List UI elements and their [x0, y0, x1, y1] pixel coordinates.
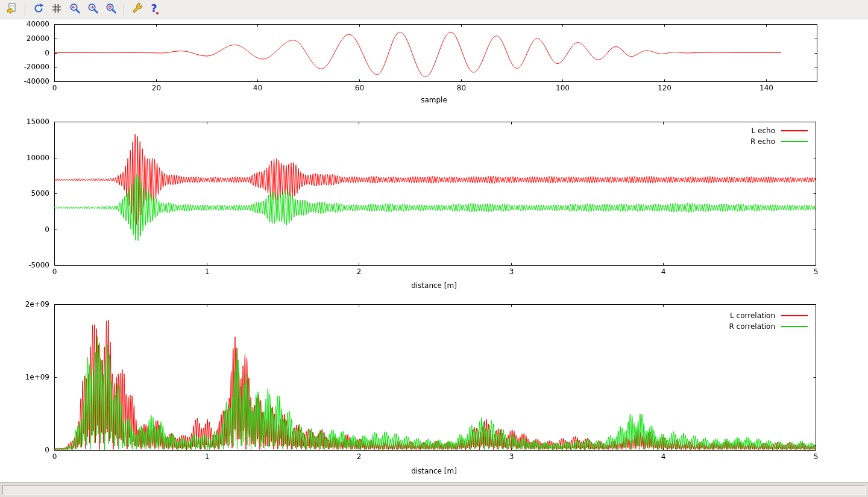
replot-button[interactable] [30, 1, 46, 17]
legend-entry-r-echo: R echo [750, 137, 808, 145]
help-icon-dot [156, 12, 159, 14]
legend-line-sample [781, 130, 808, 131]
zoom-next-icon [86, 2, 99, 17]
grid-icon [50, 2, 63, 17]
toolbar-separator [124, 4, 124, 16]
status-text [2, 485, 866, 495]
toolbar-separator [25, 4, 25, 16]
export-icon [5, 2, 19, 17]
status-bar [0, 482, 868, 497]
legend-line-sample [781, 315, 808, 316]
echo-plot-xlabel: distance [m] [0, 281, 868, 290]
correlation-plot-legend: L correlation R correlation [729, 311, 808, 330]
autoscale-icon [104, 2, 118, 17]
legend-entry-r-correlation: R correlation [729, 322, 808, 330]
export-button[interactable] [4, 1, 20, 17]
zoom-previous-icon [68, 2, 81, 17]
signal-plot: sample [0, 19, 868, 114]
wrench-icon [131, 2, 144, 17]
autoscale-button[interactable] [102, 1, 119, 17]
echo-plot-canvas[interactable] [0, 114, 868, 296]
legend-label: R correlation [729, 322, 775, 331]
echo-plot-legend: L echo R echo [750, 127, 808, 145]
echo-plot: L echo R echo distance [m] [0, 114, 868, 296]
correlation-plot: L correlation R correlation distance [m] [0, 296, 868, 482]
zoom-next-button[interactable] [84, 1, 101, 17]
signal-plot-xlabel: sample [0, 96, 868, 104]
help-button[interactable]: ? [147, 1, 163, 17]
toolbar: ? [0, 0, 868, 19]
plot-area: sample L echo R echo distance [m] L corr… [0, 19, 868, 482]
legend-entry-l-echo: L echo [750, 127, 808, 134]
settings-button[interactable] [129, 1, 145, 17]
zoom-previous-button[interactable] [66, 1, 83, 17]
legend-label: L echo [752, 127, 775, 135]
legend-line-sample [781, 326, 808, 327]
legend-entry-l-correlation: L correlation [729, 311, 808, 319]
legend-label: R echo [750, 137, 775, 146]
replot-icon [32, 2, 45, 17]
legend-line-sample [781, 141, 808, 142]
correlation-plot-xlabel: distance [m] [0, 467, 868, 475]
grid-button[interactable] [48, 1, 64, 17]
legend-label: L correlation [730, 311, 775, 320]
